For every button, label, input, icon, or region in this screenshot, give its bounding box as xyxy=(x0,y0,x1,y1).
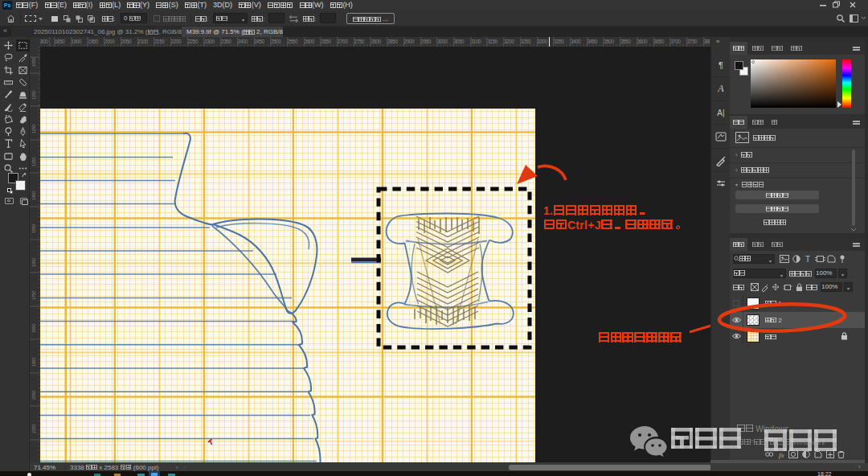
svg-text:T: T xyxy=(805,255,810,264)
svg-text:fx: fx xyxy=(779,451,784,459)
